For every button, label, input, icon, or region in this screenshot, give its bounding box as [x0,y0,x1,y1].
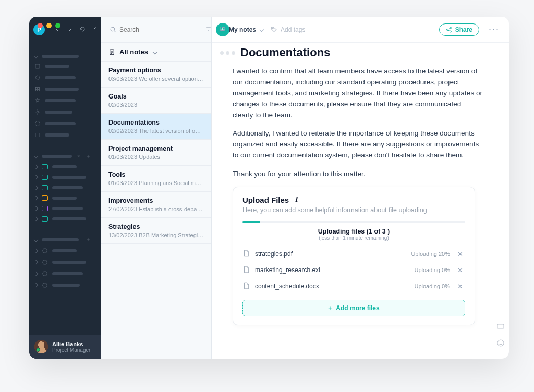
nav-refresh-button[interactable] [79,26,86,34]
sidebar-item[interactable] [29,95,101,106]
svg-point-13 [450,31,451,32]
add-icon[interactable] [86,237,91,242]
more-menu-button[interactable]: ··· [487,22,502,37]
note-item[interactable]: Goals 02/03/2023 [101,88,211,114]
sidebar-tag-item[interactable] [29,256,101,268]
note-item[interactable]: Payment options 03/03/2023 We offer seve… [101,62,211,88]
note-item[interactable]: Project management 01/03/2023 Updates [101,140,211,166]
emoji-icon[interactable] [496,339,505,349]
paragraph: Additionally, I wanted to reiterate the … [233,128,483,161]
all-notes-header[interactable]: All notes [101,43,211,62]
svg-point-5 [37,111,39,113]
sidebar-section-tags [29,231,101,294]
sidebar-folder-item[interactable] [29,203,101,214]
upload-status-text: Uploading files (1 of 3 ) [242,228,465,235]
note-item[interactable]: Improvements 27/02/2023 Establish a cros… [101,192,211,218]
file-status-label: Uploading 0% [415,283,451,289]
sidebar-section-header[interactable] [29,52,101,60]
nav-forward-button[interactable] [67,26,73,34]
svg-rect-1 [36,88,38,89]
remove-file-button[interactable]: ✕ [455,281,465,291]
plus-icon: + [328,304,332,312]
sidebar-item[interactable] [29,72,101,83]
add-tags-button[interactable]: Add tags [271,26,305,33]
remove-file-button[interactable]: ✕ [455,265,465,275]
svg-rect-14 [497,324,504,328]
sidebar-item[interactable] [29,118,101,129]
file-name-label: content_schedule.docx [255,283,409,290]
sidebar-user-card[interactable]: Allie Banks Project Manager [29,335,101,359]
close-window-button[interactable] [38,23,43,28]
file-icon [242,281,250,291]
note-title: Goals [108,93,204,100]
file-icon [242,249,250,259]
sidebar-section-folders [29,148,101,227]
add-tags-label: Add tags [281,26,305,33]
note-meta: 02/02/2023 The latest version of our doc… [108,128,204,134]
upload-status-subtext: (less than 1 minute remaining) [242,235,465,241]
sort-icon[interactable] [76,154,81,159]
file-status-label: Uploading 20% [411,251,450,257]
document-body[interactable]: I wanted to confirm that all team member… [233,66,483,179]
search-input-wrap[interactable] [106,24,201,35]
mac-window-controls[interactable] [38,23,60,28]
sidebar-section-header[interactable] [29,151,101,162]
file-icon [242,265,250,275]
note-title: Documentations [108,119,204,126]
file-row: marketing_research.exl Uploading 0% ✕ [242,262,465,278]
user-name-label: Allie Banks [52,341,90,347]
sidebar-folder-item[interactable] [29,172,101,182]
minimize-window-button[interactable] [46,23,52,28]
remove-file-button[interactable]: ✕ [455,249,465,259]
filter-button[interactable] [205,26,212,34]
sidebar-tag-item[interactable] [29,245,101,256]
share-button[interactable]: Share [439,23,479,36]
nav-collapse-button[interactable] [92,26,98,34]
file-name-label: marketing_research.exl [255,266,409,274]
chevron-down-icon [153,50,157,54]
sidebar-tag-item[interactable] [29,268,101,279]
upload-files-card: Upload Files I Here, you can add some he… [233,187,475,325]
breadcrumb-label: My notes [229,26,256,33]
sidebar-item[interactable] [29,106,101,118]
note-item[interactable]: Tools 01/03/2023 Planning ans Social med… [101,166,211,192]
note-item-selected[interactable]: Documentations 02/02/2023 The latest ver… [101,114,211,140]
add-more-files-button[interactable]: + Add more files [242,300,465,316]
breadcrumb[interactable]: My notes [219,26,263,33]
upload-progress-bar [242,221,465,223]
sidebar-item[interactable] [29,83,101,95]
sidebar-folder-item[interactable] [29,182,101,193]
sidebar-item[interactable] [29,129,101,141]
note-item[interactable]: Strategies 13/02/2023 B2B Marketing Stra… [101,218,211,244]
svg-point-10 [273,28,274,29]
app-window: P [29,17,509,359]
svg-point-15 [497,340,504,346]
sidebar-item[interactable] [29,60,101,72]
tag-icon [271,26,277,33]
svg-point-6 [35,121,40,126]
search-input[interactable] [119,26,198,33]
note-meta: 02/03/2023 [108,102,204,108]
paragraph: Thank you for your attention to this mat… [233,168,483,179]
svg-point-8 [111,27,115,31]
note-title: Payment options [108,67,204,74]
note-meta: 13/02/2023 B2B Marketing Strategies … [108,232,204,238]
keyboard-shortcut-icon[interactable] [496,322,505,333]
priority-dots[interactable] [220,51,235,55]
editor-panel: My notes Add tags Share ··· Documentatio… [212,17,509,359]
sidebar-folder-item[interactable] [29,193,101,203]
add-icon[interactable] [86,154,91,159]
file-status-label: Uploading 0% [415,267,451,273]
sidebar-folder-item[interactable] [29,214,101,224]
text-cursor-icon: I [295,195,298,204]
sidebar-folder-item[interactable] [29,162,101,172]
file-row: content_schedule.docx Uploading 0% ✕ [242,278,465,295]
svg-rect-3 [36,90,38,91]
sidebar-section-pinned [29,49,101,144]
sidebar-tag-item[interactable] [29,279,101,291]
document-title[interactable]: Documentations [240,46,330,59]
note-meta: 27/02/2023 Establish a cross-department … [108,206,204,212]
svg-rect-2 [38,88,40,89]
sidebar-section-header[interactable] [29,235,101,245]
maximize-window-button[interactable] [55,23,60,28]
